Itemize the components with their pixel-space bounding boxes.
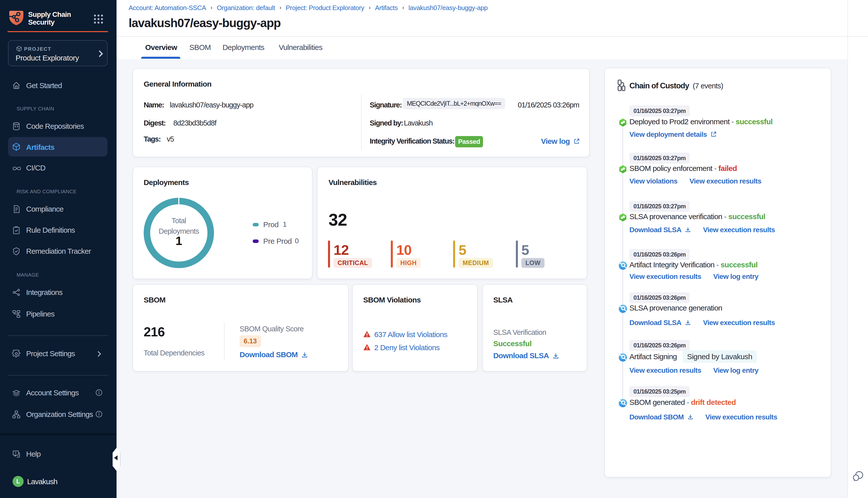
svg-text:?: ? <box>15 451 16 455</box>
